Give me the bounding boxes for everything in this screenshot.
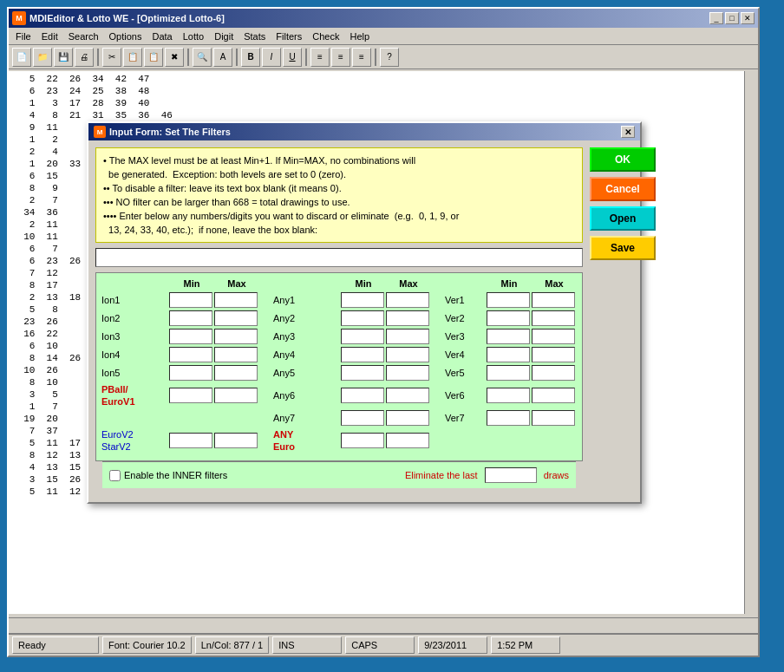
ion4-label: Ion4 bbox=[101, 349, 169, 360]
minimize-button[interactable]: _ bbox=[709, 12, 723, 24]
ion1-min-input[interactable] bbox=[169, 292, 212, 308]
menu-lotto[interactable]: Lotto bbox=[178, 29, 209, 43]
any4-min-input[interactable] bbox=[341, 347, 384, 362]
ver3-max-input[interactable] bbox=[532, 329, 575, 344]
eurov2-max-input[interactable] bbox=[214, 433, 258, 448]
ver5-min-input[interactable] bbox=[487, 365, 530, 381]
toolbar-font[interactable]: A bbox=[213, 48, 232, 67]
menu-edit[interactable]: Edit bbox=[36, 29, 63, 43]
dialog-close-button[interactable]: ✕ bbox=[621, 126, 635, 138]
any5-min-input[interactable] bbox=[341, 365, 384, 381]
toolbar-open[interactable]: 📁 bbox=[33, 48, 52, 67]
menu-file[interactable]: File bbox=[10, 29, 36, 43]
ver2-min-input[interactable] bbox=[487, 310, 530, 326]
info-line-4: ••• NO filter can be larger than 668 = t… bbox=[103, 195, 575, 209]
ver2-max-input[interactable] bbox=[532, 310, 575, 326]
horizontal-scrollbar[interactable] bbox=[9, 617, 758, 631]
toolbar-sep1 bbox=[97, 49, 99, 66]
toolbar-cut[interactable]: ✂ bbox=[102, 48, 121, 67]
ver7-min-input[interactable] bbox=[487, 410, 530, 426]
eliminate-numbers-input[interactable] bbox=[96, 249, 582, 266]
toolbar-bold[interactable]: B bbox=[241, 48, 260, 67]
any-euro-max-input[interactable] bbox=[386, 433, 429, 448]
eurov2-min-input[interactable] bbox=[169, 433, 212, 448]
menu-data[interactable]: Data bbox=[147, 29, 177, 43]
ion3-max-input[interactable] bbox=[214, 329, 258, 344]
any2-max-input[interactable] bbox=[386, 310, 429, 326]
ver6-max-input[interactable] bbox=[532, 388, 575, 403]
ion3-min-input[interactable] bbox=[169, 329, 212, 344]
ver6-min-input[interactable] bbox=[487, 388, 530, 403]
menu-options[interactable]: Options bbox=[104, 29, 147, 43]
ver7-max-input[interactable] bbox=[532, 410, 575, 426]
maximize-button[interactable]: □ bbox=[725, 12, 739, 24]
any2-label: Any2 bbox=[273, 313, 341, 323]
ion4-min-input[interactable] bbox=[169, 347, 212, 362]
col1-min-header: Min bbox=[169, 278, 214, 289]
any3-min-input[interactable] bbox=[341, 329, 384, 344]
any7-max-input[interactable] bbox=[386, 410, 429, 426]
ver4-label: Ver4 bbox=[445, 349, 487, 360]
ion4-max-input[interactable] bbox=[214, 347, 258, 362]
ver3-min-input[interactable] bbox=[487, 329, 530, 344]
ver4-max-input[interactable] bbox=[532, 347, 575, 362]
pball-max-input[interactable] bbox=[214, 388, 258, 403]
eliminate-last-input[interactable] bbox=[485, 467, 537, 483]
cancel-button[interactable]: Cancel bbox=[590, 177, 656, 201]
any2-min-input[interactable] bbox=[341, 310, 384, 326]
toolbar: 📄 📁 💾 🖨 ✂ 📋 📋 ✖ 🔍 A B I U ≡ ≡ ≡ ? bbox=[9, 45, 758, 69]
any-euro-min-input[interactable] bbox=[341, 433, 384, 448]
toolbar-underline[interactable]: U bbox=[283, 48, 302, 67]
menu-help[interactable]: Help bbox=[344, 29, 375, 43]
vertical-scrollbar[interactable] bbox=[744, 71, 758, 614]
ion5-max-input[interactable] bbox=[214, 365, 258, 381]
menu-search[interactable]: Search bbox=[63, 29, 104, 43]
toolbar-italic[interactable]: I bbox=[262, 48, 281, 67]
toolbar-find[interactable]: 🔍 bbox=[193, 48, 212, 67]
any4-max-input[interactable] bbox=[386, 347, 429, 362]
any4-label: Any4 bbox=[273, 349, 341, 360]
ion2-min-input[interactable] bbox=[169, 310, 212, 326]
pball-min-input[interactable] bbox=[169, 388, 212, 403]
ver2-label: Ver2 bbox=[445, 313, 487, 323]
inner-filter-checkbox[interactable] bbox=[109, 470, 121, 481]
main-window-title: MDIEditor & Lotto WE - [Optimized Lotto-… bbox=[29, 13, 709, 23]
toolbar-align-center[interactable]: ≡ bbox=[331, 48, 350, 67]
ver4-min-input[interactable] bbox=[487, 347, 530, 362]
ver1-max-input[interactable] bbox=[532, 292, 575, 308]
toolbar-copy[interactable]: 📋 bbox=[123, 48, 142, 67]
toolbar-new[interactable]: 📄 bbox=[12, 48, 31, 67]
menu-digit[interactable]: Digit bbox=[209, 29, 238, 43]
any1-max-input[interactable] bbox=[386, 292, 429, 308]
toolbar-sep5 bbox=[375, 49, 376, 66]
ver7-label: Ver7 bbox=[445, 413, 487, 423]
any6-min-input[interactable] bbox=[341, 388, 384, 403]
toolbar-print[interactable]: 🖨 bbox=[75, 48, 94, 67]
toolbar-save[interactable]: 💾 bbox=[54, 48, 73, 67]
menu-check[interactable]: Check bbox=[307, 29, 344, 43]
any6-max-input[interactable] bbox=[386, 388, 429, 403]
any7-min-input[interactable] bbox=[341, 410, 384, 426]
toolbar-align-left[interactable]: ≡ bbox=[310, 48, 330, 67]
toolbar-paste[interactable]: 📋 bbox=[144, 48, 163, 67]
close-button[interactable]: ✕ bbox=[741, 12, 755, 24]
ver5-max-input[interactable] bbox=[532, 365, 575, 381]
menu-filters[interactable]: Filters bbox=[271, 29, 307, 43]
any1-min-input[interactable] bbox=[341, 292, 384, 308]
menu-stats[interactable]: Stats bbox=[238, 29, 271, 43]
toolbar-align-right[interactable]: ≡ bbox=[352, 48, 371, 67]
any5-max-input[interactable] bbox=[386, 365, 429, 381]
save-button[interactable]: Save bbox=[590, 236, 656, 260]
any3-max-input[interactable] bbox=[386, 329, 429, 344]
info-line-5: •••• Enter below any numbers/digits you … bbox=[103, 209, 575, 223]
ion2-max-input[interactable] bbox=[214, 310, 258, 326]
ion5-min-input[interactable] bbox=[169, 365, 212, 381]
col2-label-header bbox=[273, 278, 341, 289]
toolbar-delete[interactable]: ✖ bbox=[165, 48, 184, 67]
ver1-min-input[interactable] bbox=[487, 292, 530, 308]
ion1-max-input[interactable] bbox=[214, 292, 258, 308]
toolbar-help[interactable]: ? bbox=[380, 48, 399, 67]
dialog-left-panel: • The MAX level must be at least Min+1. … bbox=[95, 147, 583, 495]
open-button[interactable]: Open bbox=[590, 206, 656, 231]
ok-button[interactable]: OK bbox=[590, 147, 656, 172]
